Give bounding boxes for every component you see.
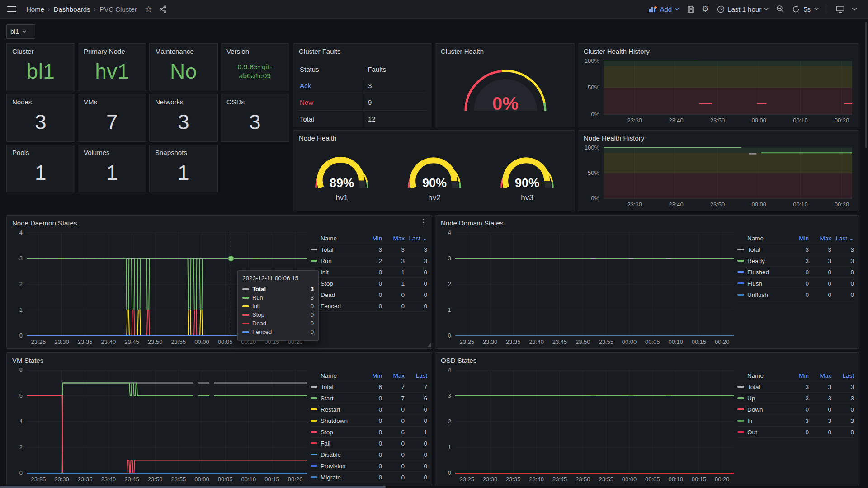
legend-row-out[interactable]: Out000 — [737, 427, 854, 438]
legend-header-max[interactable]: Max — [382, 235, 405, 242]
series-color-swatch — [737, 420, 744, 422]
legend-header-max[interactable]: Max — [809, 235, 831, 242]
legend-header-min[interactable]: Min — [359, 372, 382, 379]
svg-text:00:00: 00:00 — [751, 117, 766, 124]
chevron-down-icon[interactable] — [848, 3, 861, 15]
gear-icon[interactable]: ⚙ — [699, 3, 712, 15]
svg-text:1: 1 — [448, 444, 451, 450]
legend-header-name[interactable]: Name — [311, 372, 359, 379]
series-color-swatch — [311, 408, 317, 410]
save-icon[interactable] — [684, 3, 697, 15]
legend-row-unflush[interactable]: Unflush000 — [737, 289, 854, 300]
horizontal-scrollbar-thumb[interactable] — [0, 486, 386, 488]
panel-resize-handle[interactable] — [427, 343, 431, 347]
legend-row-init[interactable]: Init010 — [311, 267, 427, 278]
breadcrumb-dashboards[interactable]: Dashboards — [54, 5, 90, 13]
legend-header-last[interactable]: Last ⌄ — [831, 235, 854, 242]
svg-text:23:50: 23:50 — [710, 201, 725, 208]
svg-text:23:35: 23:35 — [78, 476, 93, 483]
stat-title: Snapshots — [155, 149, 212, 156]
svg-text:4: 4 — [448, 229, 451, 236]
legend-row-restart[interactable]: Restart000 — [311, 404, 427, 415]
tooltip-row-run: Run3 — [242, 293, 314, 302]
legend-row-ready[interactable]: Ready333 — [737, 255, 854, 267]
legend-row-disable[interactable]: Disable000 — [311, 449, 427, 460]
svg-text:23:30: 23:30 — [483, 476, 498, 483]
legend-value-last: 0 — [405, 291, 427, 298]
legend-header-min[interactable]: Min — [786, 235, 809, 242]
cluster_health_history-chart[interactable]: 100%50%0%23:3023:4023:5000:0000:1000:20 — [578, 44, 859, 127]
stat-value: 1 — [155, 156, 212, 188]
vertical-scrollbar[interactable] — [865, 22, 867, 148]
legend-row-flush[interactable]: Flush000 — [737, 278, 854, 289]
legend-header-last[interactable]: Last — [831, 372, 854, 379]
fault-status-ack[interactable]: Ack — [299, 82, 363, 89]
legend-row-up[interactable]: Up333 — [737, 393, 854, 404]
node-health-gauges: 89%hv190%hv290%hv3 — [293, 131, 575, 211]
stat-panel-networks: Networks 3 — [149, 94, 218, 142]
refresh-control[interactable]: 5s — [792, 5, 819, 13]
legend-value-min: 0 — [786, 269, 809, 276]
legend-row-start[interactable]: Start076 — [311, 393, 427, 404]
legend-header-last[interactable]: Last ⌄ — [405, 235, 427, 242]
legend-value-max: 3 — [809, 246, 831, 253]
svg-text:00:15: 00:15 — [692, 338, 707, 345]
legend-row-in[interactable]: In333 — [737, 415, 854, 427]
legend-row-flushed[interactable]: Flushed000 — [737, 267, 854, 278]
legend-value-max: 0 — [809, 291, 831, 298]
legend-row-down[interactable]: Down000 — [737, 404, 854, 415]
svg-text:23:50: 23:50 — [148, 338, 163, 345]
legend-row-stop[interactable]: Stop010 — [311, 278, 427, 289]
legend-header-min[interactable]: Min — [786, 372, 809, 379]
legend-value-max: 3 — [809, 384, 831, 390]
legend-row-total[interactable]: Total333 — [311, 244, 427, 255]
legend-row-shutdown[interactable]: Shutdown000 — [311, 415, 427, 427]
svg-text:2: 2 — [448, 281, 451, 287]
breadcrumb: Home › Dashboards › PVC Cluster — [24, 5, 139, 13]
add-button[interactable]: Add — [649, 5, 679, 13]
legend-header-max[interactable]: Max — [382, 372, 405, 379]
column-header-faults[interactable]: Faults — [363, 61, 426, 77]
legend-header-name[interactable]: Name — [737, 372, 786, 379]
panel-menu-icon[interactable]: ⋮ — [420, 218, 427, 226]
legend-row-dead[interactable]: Dead000 — [311, 289, 427, 300]
legend-row-total[interactable]: Total677 — [311, 381, 427, 393]
legend-header-name[interactable]: Name — [311, 235, 359, 242]
cluster-variable-dropdown[interactable]: bl1 — [6, 24, 35, 39]
share-icon[interactable] — [157, 3, 170, 15]
horizontal-scrollbar-track[interactable] — [0, 486, 868, 488]
series-color-swatch — [242, 323, 249, 324]
column-header-status[interactable]: Status — [299, 66, 363, 73]
svg-text:00:20: 00:20 — [715, 338, 730, 345]
legend-row-stop[interactable]: Stop061 — [311, 427, 427, 438]
series-color-swatch — [737, 271, 744, 273]
node-domain-states-panel: Node Domain States 4321023:2523:3023:352… — [435, 215, 859, 349]
stat-title: Version — [226, 47, 283, 55]
menu-icon[interactable] — [7, 6, 16, 12]
legend-header-min[interactable]: Min — [359, 235, 382, 242]
svg-text:23:45: 23:45 — [124, 476, 139, 483]
legend-header-max[interactable]: Max — [809, 372, 831, 379]
legend-row-provision[interactable]: Provision000 — [311, 460, 427, 472]
legend-value-max: 1 — [382, 280, 405, 287]
node_health_history-chart[interactable]: 100%50%0%23:3023:4023:5000:0000:1000:20 — [578, 131, 859, 211]
breadcrumb-home[interactable]: Home — [26, 5, 44, 13]
fault-status-new[interactable]: New — [299, 99, 363, 106]
legend-row-migrate[interactable]: Migrate000 — [311, 472, 427, 483]
legend-row-run[interactable]: Run233 — [311, 255, 427, 267]
legend-row-total[interactable]: Total333 — [737, 381, 854, 393]
legend-value-last: 3 — [831, 418, 854, 424]
legend-header-last[interactable]: Last — [405, 372, 427, 379]
legend-row-total[interactable]: Total333 — [737, 244, 854, 255]
star-icon[interactable]: ☆ — [142, 3, 155, 15]
legend-row-fenced[interactable]: Fenced000 — [311, 300, 427, 312]
stat-value: 1 — [84, 156, 141, 188]
legend-value-min: 3 — [786, 246, 809, 253]
legend-value-max: 0 — [382, 291, 405, 298]
cluster-health-gauge: 0% — [435, 44, 575, 127]
legend-header-name[interactable]: Name — [737, 235, 786, 242]
monitor-icon[interactable] — [834, 3, 846, 15]
time-range-picker[interactable]: Last 1 hour — [717, 5, 769, 13]
zoom-out-icon[interactable] — [774, 3, 787, 15]
legend-row-fail[interactable]: Fail000 — [311, 438, 427, 449]
